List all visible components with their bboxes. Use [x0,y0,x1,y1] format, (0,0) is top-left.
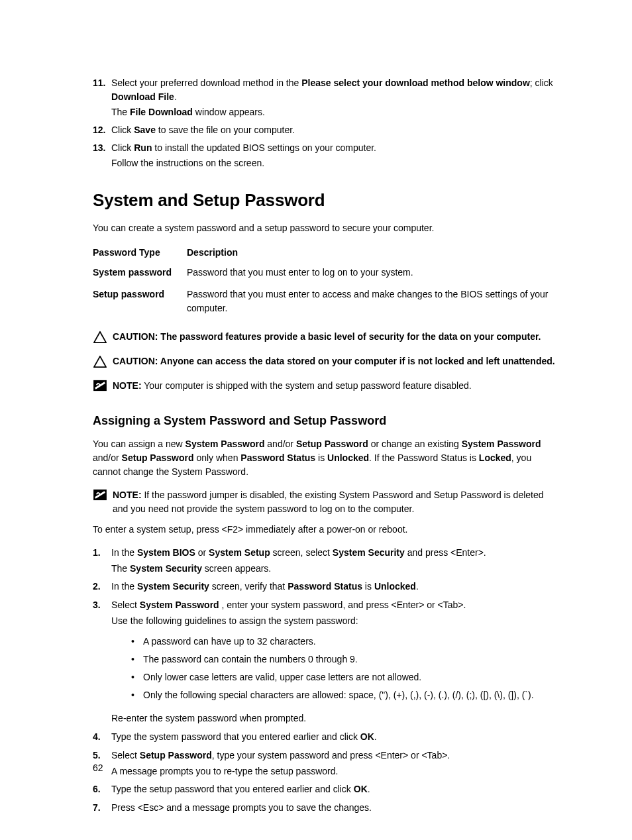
note-callout: NOTE: If the password jumper is disabled… [93,488,556,516]
caution-text: CAUTION: Anyone can access the data stor… [113,354,556,368]
text-line: Re-enter the system password when prompt… [111,711,556,726]
list-body: Type the setup password that you entered… [111,782,556,798]
text-line: In the System Security screen, verify th… [111,580,556,594]
steps-ordered-list: 1. In the System BIOS or System Setup sc… [93,546,556,817]
step-4: 4. Type the system password that you ent… [93,730,556,746]
text-line: The File Download window appears. [111,105,556,119]
caution-text: CAUTION: The password features provide a… [113,330,556,344]
note-icon [93,488,113,505]
page-number: 62 [93,762,103,773]
list-number: 11. [93,76,111,121]
list-number: 4. [93,730,111,746]
table-row: System password Password that you must e… [93,263,556,285]
list-body: Click Run to install the updated BIOS se… [111,141,556,172]
list-body: In the System Security screen, verify th… [111,580,556,596]
list-body: Click Save to save the file on your comp… [111,123,556,138]
text-line: Click Run to install the updated BIOS se… [111,141,556,155]
text-line: Type the system password that you entere… [111,730,556,745]
step-3: 3. Select System Password , enter your s… [93,598,556,727]
list-item-12: 12. Click Save to save the file on your … [93,123,556,138]
heading-1: System and Setup Password [93,190,556,211]
text-line: Select your preferred download method in… [111,76,556,104]
table-cell: Setup password [93,285,187,321]
list-number: 1. [93,546,111,577]
caution-icon [93,330,113,348]
text-line: Select Setup Password, type your system … [111,749,556,763]
text-line: Click Save to save the file on your comp… [111,123,556,137]
table-row: Setup password Password that you must en… [93,285,556,321]
continued-ordered-list: 11. Select your preferred download metho… [93,76,556,172]
text-line: Type the setup password that you entered… [111,782,556,797]
bullet-item: Only the following special characters ar… [131,688,556,702]
list-body: Select your preferred download method in… [111,76,556,121]
step-1: 1. In the System BIOS or System Setup sc… [93,546,556,577]
password-table: Password Type Description System passwor… [93,244,556,321]
bullet-item: Only lower case letters are valid, upper… [131,670,556,684]
table-header: Password Type [93,244,187,263]
caution-icon [93,354,113,372]
list-number: 6. [93,782,111,798]
bullet-item: The password can contain the numbers 0 t… [131,653,556,666]
page: 11. Select your preferred download metho… [0,0,632,840]
table-cell: Password that you must enter to access a… [187,285,556,321]
text-line: Select System Password , enter your syst… [111,598,556,613]
paragraph: To enter a system setup, press <F2> imme… [93,523,556,537]
paragraph: You can assign a new System Password and… [93,437,556,479]
list-number: 12. [93,123,111,138]
text-line: Use the following guidelines to assign t… [111,614,556,629]
list-number: 7. [93,801,111,817]
text-line: Follow the instructions on the screen. [111,156,556,170]
list-number: 3. [93,598,111,727]
text-line: The System Security screen appears. [111,562,556,576]
list-item-13: 13. Click Run to install the updated BIO… [93,141,556,172]
table-header-row: Password Type Description [93,244,556,263]
note-text: NOTE: Your computer is shipped with the … [113,379,556,393]
step-2: 2. In the System Security screen, verify… [93,580,556,596]
text-line: Press <Esc> and a message prompts you to… [111,801,556,815]
step-7: 7. Press <Esc> and a message prompts you… [93,801,556,817]
bullet-list: A password can have up to 32 characters.… [131,635,556,702]
list-body: Type the system password that you entere… [111,730,556,746]
note-icon [93,379,113,395]
caution-callout: CAUTION: The password features provide a… [93,330,556,348]
step-5: 5. Select Setup Password, type your syst… [93,749,556,780]
list-number: 13. [93,141,111,172]
step-6: 6. Type the setup password that you ente… [93,782,556,798]
list-item-11: 11. Select your preferred download metho… [93,76,556,121]
text-line: In the System BIOS or System Setup scree… [111,546,556,560]
table-cell: Password that you must enter to log on t… [187,263,556,285]
table-header: Description [187,244,556,263]
caution-callout: CAUTION: Anyone can access the data stor… [93,354,556,372]
bullet-item: A password can have up to 32 characters. [131,635,556,649]
list-body: Select System Password , enter your syst… [111,598,556,727]
note-callout: NOTE: Your computer is shipped with the … [93,379,556,395]
list-number: 2. [93,580,111,596]
intro-paragraph: You can create a system password and a s… [93,221,556,235]
list-body: In the System BIOS or System Setup scree… [111,546,556,577]
text-line: A message prompts you to re-type the set… [111,764,556,779]
list-body: Press <Esc> and a message prompts you to… [111,801,556,817]
list-body: Select Setup Password, type your system … [111,749,556,780]
note-text: NOTE: If the password jumper is disabled… [113,488,556,516]
table-cell: System password [93,263,187,285]
heading-2: Assigning a System Password and Setup Pa… [93,414,556,428]
